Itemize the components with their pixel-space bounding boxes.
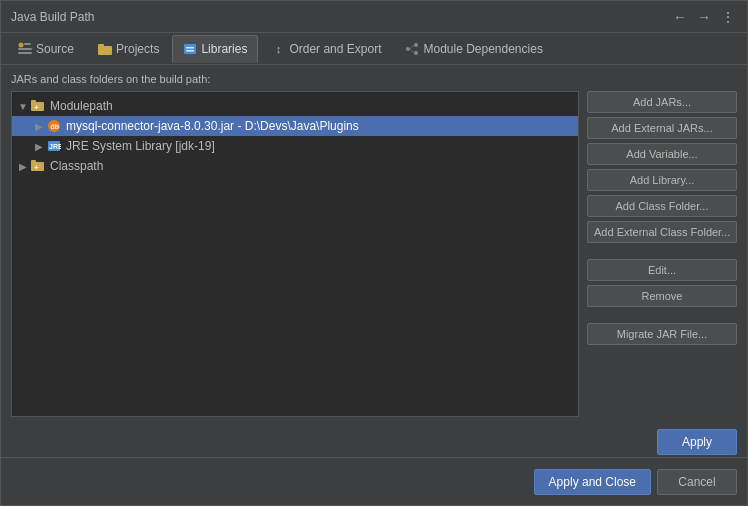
btn-spacer-2 [587, 311, 737, 319]
svg-rect-6 [184, 44, 196, 54]
apply-and-close-button[interactable]: Apply and Close [534, 469, 651, 495]
modulepath-icon: + [30, 98, 46, 114]
svg-line-12 [410, 45, 414, 49]
tree-panel[interactable]: ▼ + Modulepath ▶ [11, 91, 579, 417]
source-tab-label: Source [36, 42, 74, 56]
expand-mysql-jar[interactable]: ▶ [32, 121, 46, 132]
classpath-icon: + [30, 158, 46, 174]
btn-spacer-1 [587, 247, 737, 255]
libraries-tab-label: Libraries [201, 42, 247, 56]
migrate-jar-button[interactable]: Migrate JAR File... [587, 323, 737, 345]
bottom-bar: Apply and Close Cancel [1, 457, 747, 505]
svg-rect-4 [98, 46, 112, 55]
svg-point-10 [414, 43, 418, 47]
remove-button[interactable]: Remove [587, 285, 737, 307]
main-panel: ▼ + Modulepath ▶ [11, 91, 737, 417]
tree-item-mysql-jar[interactable]: ▶ db mysql-connector-java-8.0.30.jar - D… [12, 116, 578, 136]
order-tab-label: Order and Export [289, 42, 381, 56]
tab-libraries[interactable]: Libraries [172, 35, 258, 63]
title-bar-left: Java Build Path [11, 10, 94, 24]
svg-rect-2 [18, 48, 32, 50]
expand-classpath[interactable]: ▶ [16, 161, 30, 172]
svg-rect-7 [186, 47, 194, 49]
order-tab-icon: ↕ [271, 42, 285, 56]
svg-rect-8 [186, 50, 194, 52]
apply-button[interactable]: Apply [657, 429, 737, 455]
cancel-button[interactable]: Cancel [657, 469, 737, 495]
module-tab-label: Module Dependencies [423, 42, 542, 56]
modulepath-label: Modulepath [50, 99, 113, 113]
svg-text:+: + [34, 163, 39, 172]
add-external-jars-button[interactable]: Add External JARs... [587, 117, 737, 139]
tree-item-jre-library[interactable]: ▶ JRE JRE System Library [jdk-19] [12, 136, 578, 156]
svg-text:+: + [34, 103, 39, 112]
buttons-panel: Add JARs... Add External JARs... Add Var… [587, 91, 737, 417]
svg-text:JRE: JRE [49, 143, 61, 150]
tree-item-modulepath[interactable]: ▼ + Modulepath [12, 96, 578, 116]
tab-module-dependencies[interactable]: Module Dependencies [394, 35, 553, 63]
svg-point-0 [19, 42, 24, 47]
add-library-button[interactable]: Add Library... [587, 169, 737, 191]
mysql-jar-icon: db [46, 118, 62, 134]
apply-row: Apply [1, 425, 747, 457]
libraries-tab-icon [183, 42, 197, 56]
svg-rect-3 [18, 52, 32, 54]
svg-rect-5 [98, 44, 104, 47]
expand-jre-library[interactable]: ▶ [32, 141, 46, 152]
svg-text:db: db [51, 123, 60, 130]
content-area: JARs and class folders on the build path… [1, 65, 747, 425]
back-button[interactable]: ← [671, 8, 689, 26]
svg-rect-1 [24, 43, 31, 45]
title-bar-right: ← → ⋮ [671, 8, 737, 26]
add-jars-button[interactable]: Add JARs... [587, 91, 737, 113]
add-class-folder-button[interactable]: Add Class Folder... [587, 195, 737, 217]
tab-source[interactable]: Source [7, 35, 85, 63]
menu-button[interactable]: ⋮ [719, 8, 737, 26]
svg-point-11 [414, 51, 418, 55]
java-build-path-window: Java Build Path ← → ⋮ Source [0, 0, 748, 506]
tree-item-classpath[interactable]: ▶ + Classpath [12, 156, 578, 176]
svg-line-13 [410, 49, 414, 53]
tabs-bar: Source Projects Libraries ↕ [1, 33, 747, 65]
add-variable-button[interactable]: Add Variable... [587, 143, 737, 165]
svg-point-9 [406, 47, 410, 51]
tab-order-export[interactable]: ↕ Order and Export [260, 35, 392, 63]
jre-label: JRE System Library [jdk-19] [66, 139, 215, 153]
projects-tab-label: Projects [116, 42, 159, 56]
source-tab-icon [18, 42, 32, 56]
window-title: Java Build Path [11, 10, 94, 24]
tab-projects[interactable]: Projects [87, 35, 170, 63]
edit-button[interactable]: Edit... [587, 259, 737, 281]
jre-icon: JRE [46, 138, 62, 154]
content-label: JARs and class folders on the build path… [11, 73, 737, 85]
add-external-class-folder-button[interactable]: Add External Class Folder... [587, 221, 737, 243]
classpath-label: Classpath [50, 159, 103, 173]
expand-modulepath[interactable]: ▼ [16, 101, 30, 112]
title-bar: Java Build Path ← → ⋮ [1, 1, 747, 33]
module-tab-icon [405, 42, 419, 56]
forward-button[interactable]: → [695, 8, 713, 26]
mysql-jar-label: mysql-connector-java-8.0.30.jar - D:\Dev… [66, 119, 359, 133]
projects-tab-icon [98, 42, 112, 56]
